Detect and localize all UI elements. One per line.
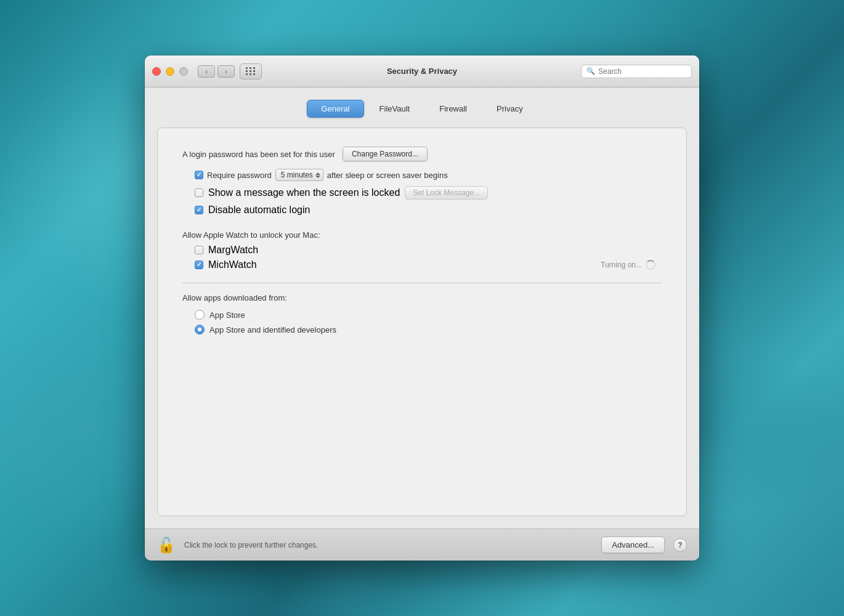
- bottom-bar: 🔓 Click the lock to prevent further chan…: [145, 529, 699, 561]
- maximize-button[interactable]: [179, 67, 188, 76]
- traffic-lights: [152, 67, 188, 76]
- app-store-radio[interactable]: [195, 310, 205, 320]
- michwatch-row: MichWatch Turning on...: [195, 259, 662, 270]
- show-message-row: Show a message when the screen is locked…: [195, 186, 662, 200]
- app-store-radio-row: App Store: [195, 310, 662, 320]
- margwatch-row: MargWatch: [195, 245, 662, 256]
- app-store-identified-radio-row: App Store and identified developers: [195, 325, 662, 334]
- grid-icon: [246, 67, 256, 75]
- forward-button[interactable]: ›: [217, 65, 235, 78]
- search-input[interactable]: [598, 67, 686, 76]
- app-store-identified-label: App Store and identified developers: [209, 325, 336, 334]
- margwatch-left: MargWatch: [195, 245, 258, 256]
- tab-privacy[interactable]: Privacy: [482, 100, 537, 118]
- michwatch-name: MichWatch: [208, 259, 257, 270]
- advanced-button[interactable]: Advanced...: [601, 537, 665, 553]
- section-divider: [182, 283, 662, 283]
- password-notice-row: A login password has been set for this u…: [182, 147, 662, 161]
- tab-general[interactable]: General: [307, 100, 363, 118]
- password-section: A login password has been set for this u…: [182, 147, 662, 216]
- change-password-button[interactable]: Change Password...: [343, 147, 428, 161]
- dropdown-arrow-icon: [315, 172, 320, 178]
- tab-filevault[interactable]: FileVault: [365, 100, 424, 118]
- require-password-checkbox[interactable]: [195, 171, 203, 179]
- michwatch-checkbox[interactable]: [195, 261, 203, 269]
- margwatch-name: MargWatch: [208, 245, 258, 256]
- titlebar: ‹ › Security & Privacy 🔍: [145, 55, 699, 87]
- nav-buttons: ‹ ›: [198, 65, 235, 78]
- password-notice-text: A login password has been set for this u…: [182, 150, 335, 159]
- turning-on-text: Turning on...: [601, 261, 642, 269]
- require-password-suffix: after sleep or screen saver begins: [327, 171, 448, 180]
- main-window: ‹ › Security & Privacy 🔍 General FileVau…: [145, 55, 699, 561]
- downloads-section: Allow apps downloaded from: App Store Ap…: [182, 293, 662, 334]
- apple-watch-section: Allow Apple Watch to unlock your Mac: Ma…: [182, 230, 662, 270]
- help-button[interactable]: ?: [673, 538, 687, 552]
- disable-autologin-checkbox[interactable]: [195, 206, 203, 214]
- downloads-label: Allow apps downloaded from:: [182, 293, 662, 302]
- show-message-checkbox[interactable]: [195, 188, 203, 197]
- apple-watch-label: Allow Apple Watch to unlock your Mac:: [182, 230, 662, 240]
- tab-firewall[interactable]: Firewall: [425, 100, 481, 118]
- minimize-button[interactable]: [166, 67, 174, 76]
- tab-bar: General FileVault Firewall Privacy: [157, 100, 687, 118]
- settings-panel: A login password has been set for this u…: [157, 128, 687, 516]
- michwatch-left: MichWatch: [195, 259, 257, 270]
- app-store-label: App Store: [209, 310, 245, 320]
- search-box[interactable]: 🔍: [581, 65, 692, 78]
- require-password-label: Require password: [207, 171, 272, 180]
- search-icon: 🔍: [586, 67, 595, 75]
- dropdown-value: 5 minutes: [281, 171, 313, 179]
- require-password-dropdown[interactable]: 5 minutes: [275, 169, 323, 181]
- margwatch-checkbox[interactable]: [195, 246, 203, 254]
- set-lock-message-button[interactable]: Set Lock Message...: [405, 186, 488, 200]
- require-password-row: Require password 5 minutes after sleep o…: [195, 169, 662, 181]
- lock-message: Click the lock to prevent further change…: [184, 541, 593, 549]
- lock-icon[interactable]: 🔓: [157, 538, 176, 553]
- app-store-identified-radio[interactable]: [195, 325, 205, 334]
- content-area: General FileVault Firewall Privacy A log…: [145, 87, 699, 529]
- window-title: Security & Privacy: [387, 67, 457, 76]
- turning-on-status: Turning on...: [601, 260, 655, 270]
- back-button[interactable]: ‹: [198, 65, 215, 78]
- close-button[interactable]: [152, 67, 161, 76]
- grid-view-button[interactable]: [240, 63, 262, 79]
- loading-spinner-icon: [646, 260, 655, 270]
- show-message-label: Show a message when the screen is locked: [208, 187, 400, 198]
- disable-autologin-label: Disable automatic login: [208, 205, 310, 216]
- disable-autologin-row: Disable automatic login: [195, 205, 662, 216]
